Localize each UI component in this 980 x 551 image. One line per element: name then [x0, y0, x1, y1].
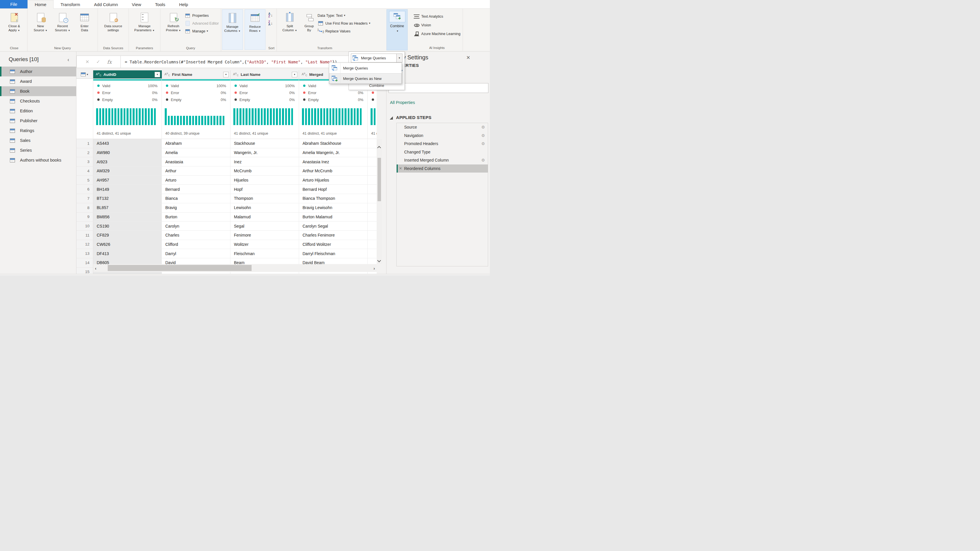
- cell[interactable]: Bianca Thompson: [299, 194, 368, 203]
- query-item-checkouts[interactable]: Checkouts: [0, 96, 76, 106]
- cell[interactable]: McCrumb: [231, 167, 299, 176]
- cell[interactable]: Bernard Hopf: [299, 185, 368, 194]
- query-item-authors-without-books[interactable]: Authors without books: [0, 155, 76, 165]
- azure-ml-button[interactable]: Azure Machine Learning: [414, 30, 461, 38]
- new-source-button[interactable]: New Source▼: [30, 9, 51, 33]
- cell[interactable]: [368, 185, 377, 194]
- cell[interactable]: Malamud: [231, 213, 299, 222]
- column-value-histogram[interactable]: [302, 107, 364, 125]
- cell[interactable]: AI923: [93, 157, 162, 167]
- cell[interactable]: AH957: [93, 176, 162, 185]
- cell[interactable]: [368, 240, 377, 249]
- step-settings-gear-icon[interactable]: ⚙: [481, 158, 485, 162]
- cell[interactable]: Hijuelos: [231, 176, 299, 185]
- cell[interactable]: Bianca: [162, 194, 231, 203]
- cell[interactable]: Wangerin, Jr.: [231, 148, 299, 158]
- horizontal-scrollbar[interactable]: ‹ ›: [93, 264, 377, 272]
- cell[interactable]: BT132: [93, 194, 162, 203]
- table-select-all-button[interactable]: ▼: [76, 70, 93, 79]
- query-item-ratings[interactable]: Ratings: [0, 126, 76, 135]
- applied-step-inserted-merged-column[interactable]: Inserted Merged Column⚙: [397, 156, 488, 164]
- row-number[interactable]: 3: [76, 157, 93, 167]
- cell[interactable]: Carolyn Segal: [299, 221, 368, 231]
- collapse-pane-icon[interactable]: ‹: [67, 57, 69, 63]
- sort-ascending-button[interactable]: AZ ↓: [268, 11, 273, 19]
- sort-descending-button[interactable]: ZA ↓: [268, 19, 273, 27]
- tab-home[interactable]: Home: [27, 0, 54, 9]
- scroll-down-icon[interactable]: [377, 258, 381, 262]
- cell[interactable]: Arthur McCrumb: [299, 167, 368, 176]
- cell[interactable]: Amelia Wangerin, Jr.: [299, 148, 368, 158]
- query-item-publisher[interactable]: Publisher: [0, 116, 76, 126]
- row-number[interactable]: 12: [76, 240, 93, 249]
- cell[interactable]: Fenimore: [231, 231, 299, 240]
- row-number[interactable]: 1: [76, 139, 93, 148]
- vertical-scrollbar[interactable]: [377, 139, 382, 264]
- row-number[interactable]: 14: [76, 258, 93, 268]
- tab-transform[interactable]: Transform: [54, 0, 87, 9]
- close-settings-icon[interactable]: ×: [466, 54, 470, 61]
- column-header-first-name[interactable]: ABCFirst Name▼: [162, 70, 231, 79]
- cell[interactable]: [368, 148, 377, 158]
- row-number[interactable]: 8: [76, 203, 93, 213]
- cell[interactable]: Amelia: [162, 148, 231, 158]
- advanced-editor-button[interactable]: Advanced Editor: [185, 19, 219, 27]
- cell[interactable]: AS443: [93, 139, 162, 148]
- query-item-book[interactable]: Book: [0, 86, 76, 96]
- cell[interactable]: Stackhouse: [231, 139, 299, 148]
- data-source-settings-button[interactable]: ⚙ Data source settings: [100, 9, 127, 32]
- manage-columns-button[interactable]: Manage Columns▼: [222, 9, 243, 50]
- use-first-row-button[interactable]: Use First Row as Headers▼: [318, 19, 371, 27]
- column-value-histogram[interactable]: [371, 107, 377, 125]
- vertical-scroll-thumb[interactable]: [377, 158, 381, 201]
- manage-parameters-button[interactable]: Manage Parameters▼: [131, 9, 158, 33]
- cell[interactable]: Arturo: [162, 176, 231, 185]
- merge-queries-dropdown-icon[interactable]: ▼: [396, 54, 402, 62]
- formula-cancel-icon[interactable]: ✕: [85, 59, 89, 65]
- scroll-left-icon[interactable]: ‹: [95, 266, 96, 271]
- row-number[interactable]: 2: [76, 148, 93, 158]
- properties-button[interactable]: Properties: [185, 11, 219, 19]
- cell[interactable]: Thompson: [231, 194, 299, 203]
- menu-item-merge-queries[interactable]: Merge Queries: [329, 63, 402, 73]
- cell[interactable]: Fleischman: [231, 249, 299, 258]
- column-header-authid[interactable]: ABCAuthID▼: [93, 70, 162, 79]
- cell[interactable]: Segal: [231, 221, 299, 231]
- applied-step-reordered-columns[interactable]: ✕Reordered Columns: [397, 164, 488, 173]
- column-filter-button[interactable]: ▼: [292, 72, 298, 77]
- step-settings-gear-icon[interactable]: ⚙: [481, 141, 485, 146]
- cell[interactable]: Hopf: [231, 185, 299, 194]
- recent-sources-button[interactable]: Recent Sources▼: [51, 9, 73, 33]
- delete-step-icon[interactable]: ✕: [399, 166, 402, 170]
- data-type-button[interactable]: Data Type: Text▼: [318, 11, 371, 19]
- refresh-preview-button[interactable]: ↻ Refresh Preview▼: [162, 9, 185, 33]
- cell[interactable]: Bernard: [162, 185, 231, 194]
- cell[interactable]: Anastasia: [162, 157, 231, 167]
- cell[interactable]: Charles: [162, 231, 231, 240]
- cell[interactable]: [368, 213, 377, 222]
- column-filter-button[interactable]: ▼: [154, 72, 160, 77]
- query-item-series[interactable]: Series: [0, 145, 76, 155]
- row-number[interactable]: 4: [76, 167, 93, 176]
- cell[interactable]: Inez: [231, 157, 299, 167]
- formula-accept-icon[interactable]: ✓: [96, 59, 100, 65]
- row-number[interactable]: 11: [76, 231, 93, 240]
- cell[interactable]: AM329: [93, 167, 162, 176]
- scroll-right-icon[interactable]: ›: [374, 266, 375, 271]
- cell[interactable]: Bravig: [162, 203, 231, 213]
- cell[interactable]: [368, 249, 377, 258]
- menu-item-merge-queries-as-new[interactable]: Merge Queries as New: [329, 73, 402, 84]
- cell[interactable]: CW626: [93, 240, 162, 249]
- cell[interactable]: Lewisohn: [231, 203, 299, 213]
- cell[interactable]: [368, 139, 377, 148]
- text-analytics-button[interactable]: Text Analytics: [414, 12, 461, 21]
- applied-step-navigation[interactable]: Navigation⚙: [397, 131, 488, 140]
- query-item-author[interactable]: Author: [0, 67, 76, 76]
- cell[interactable]: Arturo Hijuelos: [299, 176, 368, 185]
- step-settings-gear-icon[interactable]: ⚙: [481, 125, 485, 129]
- tab-add-column[interactable]: Add Column: [87, 0, 125, 9]
- cell[interactable]: AW980: [93, 148, 162, 158]
- enter-data-button[interactable]: Enter Data: [73, 9, 95, 32]
- split-column-button[interactable]: ▼ Split Column▼: [279, 9, 301, 33]
- column-header-last-name[interactable]: ABCLast Name▼: [231, 70, 299, 79]
